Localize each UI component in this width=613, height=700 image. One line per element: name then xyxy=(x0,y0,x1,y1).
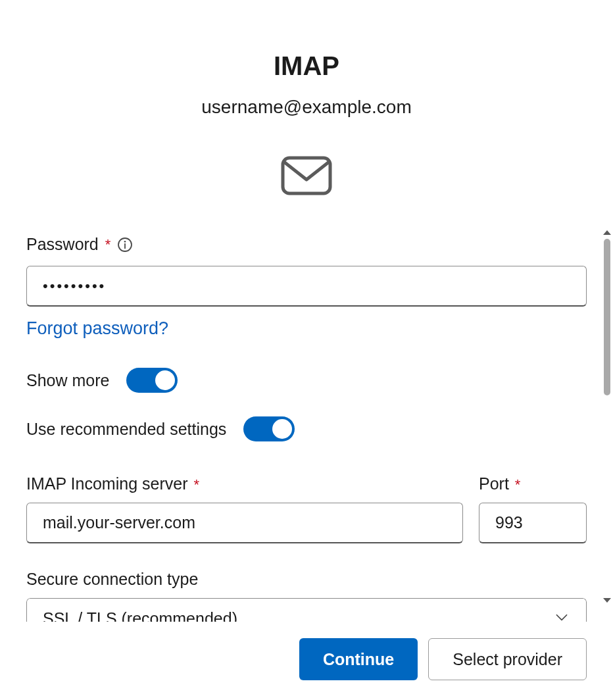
port-label: Port xyxy=(479,474,509,493)
svg-rect-3 xyxy=(124,243,126,249)
svg-rect-0 xyxy=(283,158,330,193)
mail-icon xyxy=(281,156,332,198)
secure-connection-label: Secure connection type xyxy=(26,570,587,589)
recommended-settings-label: Use recommended settings xyxy=(26,420,226,439)
incoming-server-label: IMAP Incoming server xyxy=(26,474,187,493)
secure-connection-value: SSL / TLS (recommended) xyxy=(43,609,237,622)
required-asterisk: * xyxy=(193,476,199,493)
scroll-down-icon[interactable] xyxy=(603,598,611,603)
select-provider-button[interactable]: Select provider xyxy=(428,638,587,680)
recommended-settings-toggle[interactable] xyxy=(243,416,295,441)
account-email: username@example.com xyxy=(0,97,613,118)
chevron-down-icon xyxy=(553,609,570,622)
forgot-password-link[interactable]: Forgot password? xyxy=(26,318,168,339)
secure-connection-select[interactable]: SSL / TLS (recommended) xyxy=(26,598,587,622)
password-label: Password xyxy=(26,235,99,254)
show-more-toggle[interactable] xyxy=(126,368,178,393)
continue-button[interactable]: Continue xyxy=(299,638,418,680)
port-input[interactable] xyxy=(479,503,587,543)
required-asterisk: * xyxy=(105,236,111,253)
scroll-up-icon[interactable] xyxy=(603,230,611,235)
scrollbar-track[interactable] xyxy=(604,239,610,594)
svg-point-2 xyxy=(124,240,126,242)
scrollbar-thumb[interactable] xyxy=(604,239,610,395)
required-asterisk: * xyxy=(515,476,521,493)
password-input[interactable] xyxy=(26,266,587,307)
incoming-server-input[interactable] xyxy=(26,503,463,543)
info-icon[interactable] xyxy=(117,237,133,253)
page-title: IMAP xyxy=(0,51,613,81)
show-more-label: Show more xyxy=(26,371,109,390)
scrollbar[interactable] xyxy=(601,230,613,603)
